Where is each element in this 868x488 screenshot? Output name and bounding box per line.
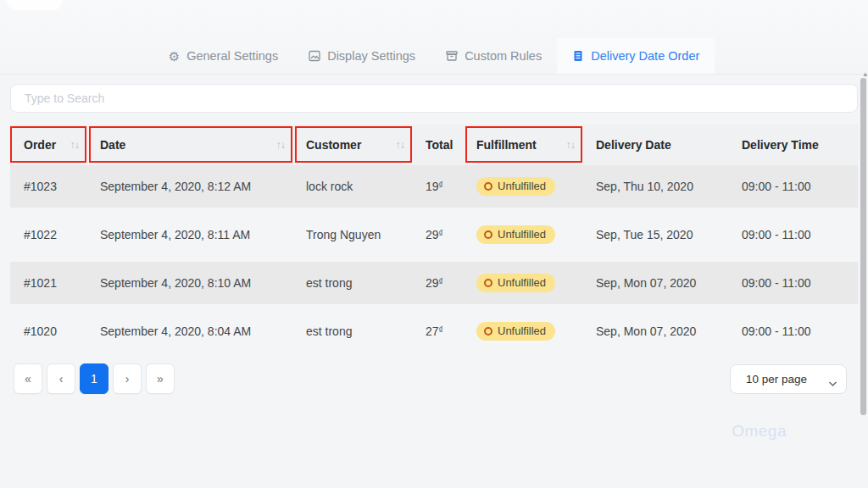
tab-label: Delivery Date Order (591, 49, 699, 63)
list-document-icon (572, 50, 584, 62)
total-cell: 27₫ (415, 324, 465, 338)
delivery-time-cell: 09:00 - 11:00 (731, 180, 858, 193)
search-input[interactable] (10, 84, 858, 113)
date-cell: September 4, 2020, 8:12 AM (89, 180, 295, 193)
scrollbar-up-icon[interactable]: ▴ (863, 69, 867, 78)
column-label: Fulfillment (476, 138, 537, 152)
unfulfilled-ring-icon (484, 279, 492, 287)
status-badge: Unfulfilled (476, 177, 555, 196)
unfulfilled-ring-icon (484, 182, 492, 191)
gear-icon: ⚙ (169, 50, 180, 63)
page-size-select-wrap: 10 per page (730, 364, 847, 394)
delivery-time-cell: 09:00 - 11:00 (731, 276, 858, 290)
order-cell: #1020 (10, 324, 89, 338)
orders-table: Order ↑↓ Date ↑↓ Customer ↑↓ Total Fulfi… (10, 125, 858, 352)
pagination-first-button[interactable]: « (14, 363, 42, 394)
search-row (0, 75, 868, 113)
corner-highlight (7, 0, 63, 10)
column-label: Order (24, 138, 56, 152)
tab-label: Custom Rules (465, 49, 542, 63)
fulfillment-cell: Unfulfilled (465, 177, 585, 196)
vertical-scrollbar-thumb[interactable] (860, 78, 866, 415)
unfulfilled-ring-icon (484, 327, 492, 336)
delivery-time-cell: 09:00 - 11:00 (731, 324, 858, 338)
delivery-time-cell: 09:00 - 11:00 (731, 228, 858, 241)
status-badge: Unfulfilled (476, 274, 555, 292)
column-header-date[interactable]: Date ↑↓ (89, 125, 295, 165)
total-cell: 29₫ (415, 228, 465, 241)
tab-label: General Settings (186, 49, 278, 63)
tab-label: Display Settings (327, 49, 415, 63)
column-label: Date (100, 138, 125, 152)
customer-cell: lock rock (295, 180, 415, 193)
page-size-select[interactable]: 10 per page (730, 364, 847, 394)
status-badge: Unfulfilled (476, 322, 555, 341)
tab-delivery-date-order[interactable]: Delivery Date Order (557, 38, 715, 74)
tab-general-settings[interactable]: ⚙ General Settings (153, 38, 293, 74)
column-label: Delivery Time (742, 138, 819, 152)
customer-cell: Trong Nguyen (295, 228, 415, 241)
total-cell: 29₫ (415, 276, 465, 290)
column-label: Delivery Date (596, 138, 671, 152)
date-cell: September 4, 2020, 8:11 AM (89, 228, 295, 241)
delivery-date-cell: Sep, Thu 10, 2020 (585, 180, 731, 193)
delivery-date-cell: Sep, Mon 07, 2020 (585, 324, 731, 338)
date-cell: September 4, 2020, 8:04 AM (89, 324, 295, 338)
column-label: Total (426, 138, 453, 152)
fulfillment-cell: Unfulfilled (465, 225, 585, 244)
sort-icon: ↑↓ (276, 139, 286, 151)
archive-icon (446, 50, 458, 62)
column-header-delivery-time: Delivery Time (731, 125, 858, 165)
watermark: Omega (732, 422, 787, 441)
sort-icon: ↑↓ (566, 139, 576, 151)
table-row: #1023 September 4, 2020, 8:12 AM lock ro… (10, 165, 858, 208)
column-header-total: Total (415, 125, 465, 165)
delivery-date-cell: Sep, Mon 07, 2020 (585, 276, 731, 290)
order-cell: #1023 (10, 180, 89, 193)
table-header-row: Order ↑↓ Date ↑↓ Customer ↑↓ Total Fulfi… (10, 125, 858, 165)
image-icon (309, 50, 320, 62)
order-cell: #1022 (10, 228, 89, 241)
dong-currency-symbol: ₫ (439, 180, 443, 190)
dong-currency-symbol: ₫ (439, 277, 443, 286)
delivery-date-cell: Sep, Tue 15, 2020 (585, 228, 731, 241)
customer-cell: est trong (295, 324, 415, 338)
date-cell: September 4, 2020, 8:10 AM (89, 276, 295, 290)
column-header-delivery-date: Delivery Date (585, 125, 731, 165)
unfulfilled-ring-icon (484, 230, 492, 239)
column-header-fulfillment[interactable]: Fulfillment ↑↓ (465, 125, 585, 165)
table-row: #1021 September 4, 2020, 8:10 AM est tro… (10, 262, 858, 304)
pagination-prev-button[interactable]: ‹ (47, 363, 75, 394)
table-footer: « ‹ 1 › » 10 per page (14, 363, 847, 394)
sort-icon: ↑↓ (70, 139, 80, 151)
tab-display-settings[interactable]: Display Settings (293, 38, 431, 74)
pagination-last-button[interactable]: » (146, 363, 175, 394)
settings-tab-bar: ⚙ General Settings Display Settings Cust… (0, 0, 868, 75)
column-header-customer[interactable]: Customer ↑↓ (295, 125, 415, 165)
total-cell: 19₫ (415, 180, 465, 193)
table-row: #1020 September 4, 2020, 8:04 AM est tro… (10, 310, 858, 352)
tab-custom-rules[interactable]: Custom Rules (431, 38, 557, 74)
column-label: Customer (306, 138, 361, 152)
pagination: « ‹ 1 › » (14, 363, 175, 394)
pagination-next-button[interactable]: › (113, 363, 142, 394)
pagination-page-1-button[interactable]: 1 (80, 363, 108, 394)
order-cell: #1021 (10, 276, 89, 290)
table-row: #1022 September 4, 2020, 8:11 AM Trong N… (10, 214, 858, 256)
dong-currency-symbol: ₫ (439, 229, 443, 238)
fulfillment-cell: Unfulfilled (465, 274, 585, 292)
status-badge: Unfulfilled (476, 225, 555, 244)
customer-cell: est trong (295, 276, 415, 290)
fulfillment-cell: Unfulfilled (465, 322, 585, 341)
column-header-order[interactable]: Order ↑↓ (10, 125, 89, 165)
dong-currency-symbol: ₫ (439, 325, 443, 335)
sort-icon: ↑↓ (396, 139, 405, 151)
